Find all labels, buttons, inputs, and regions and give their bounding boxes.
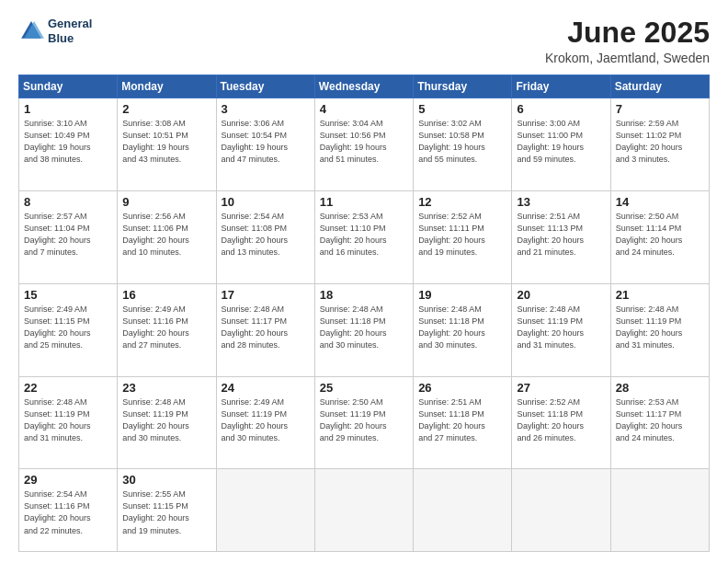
table-row: 13Sunrise: 2:51 AMSunset: 11:13 PMDaylig… [512, 190, 610, 283]
table-row: 24Sunrise: 2:49 AMSunset: 11:19 PMDaylig… [216, 376, 314, 469]
table-row: 1Sunrise: 3:10 AMSunset: 10:49 PMDayligh… [19, 98, 118, 191]
day-number: 26 [418, 381, 506, 395]
table-row: 14Sunrise: 2:50 AMSunset: 11:14 PMDaylig… [610, 190, 709, 283]
day-detail: Sunrise: 2:53 AMSunset: 11:10 PMDaylight… [320, 211, 408, 259]
day-detail: Sunrise: 2:48 AMSunset: 11:19 PMDaylight… [122, 396, 210, 444]
day-detail: Sunrise: 2:50 AMSunset: 11:19 PMDaylight… [320, 396, 408, 444]
day-detail: Sunrise: 2:48 AMSunset: 11:19 PMDaylight… [517, 304, 605, 351]
table-row [414, 469, 512, 552]
day-number: 21 [616, 288, 704, 302]
col-friday: Friday [512, 75, 610, 98]
table-row: 27Sunrise: 2:52 AMSunset: 11:18 PMDaylig… [512, 376, 610, 469]
day-detail: Sunrise: 2:57 AMSunset: 11:04 PMDaylight… [24, 211, 112, 259]
location: Krokom, Jaemtland, Sweden [545, 51, 710, 65]
table-row: 7Sunrise: 2:59 AMSunset: 11:02 PMDayligh… [610, 98, 709, 191]
logo-icon [18, 18, 44, 44]
day-detail: Sunrise: 2:49 AMSunset: 11:19 PMDaylight… [222, 396, 310, 444]
table-row: 12Sunrise: 2:52 AMSunset: 11:11 PMDaylig… [414, 190, 512, 283]
day-number: 3 [222, 102, 310, 116]
day-number: 12 [418, 195, 506, 209]
day-number: 5 [418, 102, 506, 116]
page: General Blue June 2025 Krokom, Jaemtland… [0, 0, 728, 563]
logo: General Blue [18, 17, 92, 45]
table-row: 9Sunrise: 2:56 AMSunset: 11:06 PMDayligh… [118, 190, 216, 283]
day-detail: Sunrise: 3:10 AMSunset: 10:49 PMDaylight… [24, 118, 112, 166]
table-row: 22Sunrise: 2:48 AMSunset: 11:19 PMDaylig… [19, 376, 118, 469]
day-detail: Sunrise: 2:48 AMSunset: 11:19 PMDaylight… [616, 304, 704, 351]
day-number: 15 [24, 288, 112, 302]
table-row: 21Sunrise: 2:48 AMSunset: 11:19 PMDaylig… [610, 283, 709, 376]
table-row: 18Sunrise: 2:48 AMSunset: 11:18 PMDaylig… [314, 283, 413, 376]
table-row: 3Sunrise: 3:06 AMSunset: 10:54 PMDayligh… [216, 98, 314, 191]
title-block: June 2025 Krokom, Jaemtland, Sweden [545, 17, 710, 65]
table-row: 10Sunrise: 2:54 AMSunset: 11:08 PMDaylig… [216, 190, 314, 283]
day-number: 11 [320, 195, 408, 209]
table-row: 4Sunrise: 3:04 AMSunset: 10:56 PMDayligh… [314, 98, 413, 191]
day-number: 25 [320, 381, 408, 395]
table-row: 6Sunrise: 3:00 AMSunset: 11:00 PMDayligh… [512, 98, 610, 191]
col-wednesday: Wednesday [314, 75, 413, 98]
day-number: 6 [517, 102, 605, 116]
calendar-header-row: Sunday Monday Tuesday Wednesday Thursday… [19, 75, 710, 98]
table-row: 28Sunrise: 2:53 AMSunset: 11:17 PMDaylig… [610, 376, 709, 469]
calendar-table: Sunday Monday Tuesday Wednesday Thursday… [18, 75, 710, 552]
day-number: 24 [222, 381, 310, 395]
day-detail: Sunrise: 2:56 AMSunset: 11:06 PMDaylight… [122, 211, 210, 259]
table-row: 26Sunrise: 2:51 AMSunset: 11:18 PMDaylig… [414, 376, 512, 469]
day-detail: Sunrise: 2:48 AMSunset: 11:17 PMDaylight… [222, 304, 310, 351]
day-number: 2 [122, 102, 210, 116]
day-number: 22 [24, 381, 112, 395]
table-row: 8Sunrise: 2:57 AMSunset: 11:04 PMDayligh… [19, 190, 118, 283]
day-detail: Sunrise: 3:04 AMSunset: 10:56 PMDaylight… [320, 118, 408, 166]
table-row: 15Sunrise: 2:49 AMSunset: 11:15 PMDaylig… [19, 283, 118, 376]
col-saturday: Saturday [610, 75, 709, 98]
day-detail: Sunrise: 2:50 AMSunset: 11:14 PMDaylight… [616, 211, 704, 259]
table-row: 20Sunrise: 2:48 AMSunset: 11:19 PMDaylig… [512, 283, 610, 376]
day-number: 14 [616, 195, 704, 209]
day-number: 28 [616, 381, 704, 395]
table-row: 19Sunrise: 2:48 AMSunset: 11:18 PMDaylig… [414, 283, 512, 376]
col-tuesday: Tuesday [216, 75, 314, 98]
day-detail: Sunrise: 2:54 AMSunset: 11:16 PMDaylight… [24, 488, 112, 536]
day-detail: Sunrise: 2:59 AMSunset: 11:02 PMDaylight… [616, 118, 704, 166]
day-number: 7 [616, 102, 704, 116]
table-row: 16Sunrise: 2:49 AMSunset: 11:16 PMDaylig… [118, 283, 216, 376]
col-sunday: Sunday [19, 75, 118, 98]
table-row: 5Sunrise: 3:02 AMSunset: 10:58 PMDayligh… [414, 98, 512, 191]
day-number: 19 [418, 288, 506, 302]
table-row [512, 469, 610, 552]
col-thursday: Thursday [414, 75, 512, 98]
col-monday: Monday [118, 75, 216, 98]
day-number: 29 [24, 473, 112, 487]
day-detail: Sunrise: 2:52 AMSunset: 11:18 PMDaylight… [517, 396, 605, 444]
day-number: 4 [320, 102, 408, 116]
day-detail: Sunrise: 2:48 AMSunset: 11:19 PMDaylight… [24, 396, 112, 444]
day-detail: Sunrise: 2:49 AMSunset: 11:16 PMDaylight… [122, 304, 210, 351]
table-row [610, 469, 709, 552]
month-title: June 2025 [545, 17, 710, 49]
day-detail: Sunrise: 2:52 AMSunset: 11:11 PMDaylight… [418, 211, 506, 259]
day-detail: Sunrise: 2:51 AMSunset: 11:13 PMDaylight… [517, 211, 605, 259]
day-number: 9 [122, 195, 210, 209]
day-number: 8 [24, 195, 112, 209]
day-number: 16 [122, 288, 210, 302]
table-row: 29Sunrise: 2:54 AMSunset: 11:16 PMDaylig… [19, 469, 118, 552]
day-detail: Sunrise: 2:48 AMSunset: 11:18 PMDaylight… [418, 304, 506, 351]
day-detail: Sunrise: 3:02 AMSunset: 10:58 PMDaylight… [418, 118, 506, 166]
day-detail: Sunrise: 2:55 AMSunset: 11:15 PMDaylight… [122, 488, 210, 536]
table-row: 2Sunrise: 3:08 AMSunset: 10:51 PMDayligh… [118, 98, 216, 191]
day-number: 10 [222, 195, 310, 209]
table-row: 23Sunrise: 2:48 AMSunset: 11:19 PMDaylig… [118, 376, 216, 469]
table-row: 25Sunrise: 2:50 AMSunset: 11:19 PMDaylig… [314, 376, 413, 469]
day-number: 20 [517, 288, 605, 302]
day-number: 17 [222, 288, 310, 302]
day-detail: Sunrise: 2:49 AMSunset: 11:15 PMDaylight… [24, 304, 112, 351]
logo-text: General Blue [48, 17, 92, 45]
day-number: 30 [122, 473, 210, 487]
table-row [314, 469, 413, 552]
day-detail: Sunrise: 3:06 AMSunset: 10:54 PMDaylight… [222, 118, 310, 166]
table-row: 30Sunrise: 2:55 AMSunset: 11:15 PMDaylig… [118, 469, 216, 552]
day-number: 1 [24, 102, 112, 116]
day-detail: Sunrise: 2:48 AMSunset: 11:18 PMDaylight… [320, 304, 408, 351]
table-row: 17Sunrise: 2:48 AMSunset: 11:17 PMDaylig… [216, 283, 314, 376]
